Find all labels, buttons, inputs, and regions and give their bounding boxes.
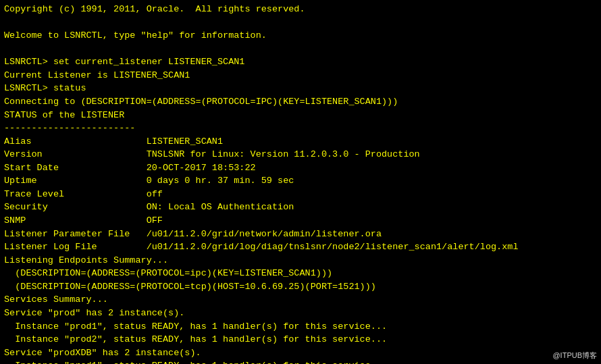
watermark: @ITPUB博客: [552, 350, 597, 361]
terminal-output: Copyright (c) 1991, 2011, Oracle. All ri…: [4, 3, 597, 364]
